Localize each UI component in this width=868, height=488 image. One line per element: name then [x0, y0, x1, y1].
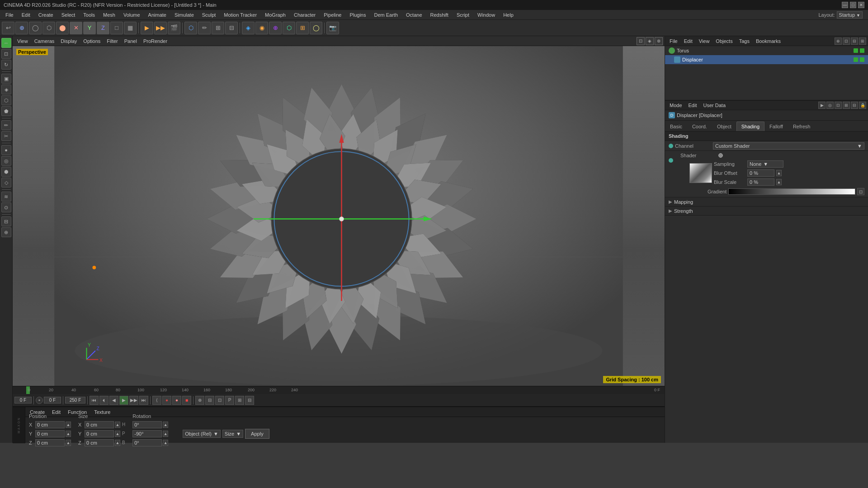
keyframe-btn[interactable]: ⊕: [195, 396, 204, 405]
step-fwd-btn[interactable]: ▶▶: [129, 396, 138, 405]
prop-edit[interactable]: Edit: [686, 102, 700, 109]
menu-character[interactable]: Character: [290, 11, 319, 19]
tab-basic[interactable]: Basic: [665, 122, 687, 131]
lt-select3[interactable]: ⬡: [1, 95, 11, 105]
menu-help[interactable]: Help: [500, 11, 517, 19]
vp-ctrl-2[interactable]: ◈: [646, 37, 654, 45]
pos-x-input[interactable]: [35, 421, 65, 428]
object-mode-dropdown[interactable]: Object (Rel) ▼: [183, 430, 221, 438]
tb-nurbs[interactable]: ◉: [255, 22, 268, 34]
vp-menu-panel[interactable]: Panel: [122, 38, 140, 45]
tb-camera[interactable]: 📷: [326, 22, 339, 34]
tb-pen[interactable]: ✏: [198, 22, 211, 34]
tb-render2[interactable]: ▶▶: [154, 22, 167, 34]
size-x-btn[interactable]: ▲: [115, 422, 120, 428]
menu-script[interactable]: Script: [453, 11, 473, 19]
tb-y[interactable]: Y: [83, 22, 96, 34]
step-back-btn[interactable]: ◀: [109, 396, 118, 405]
rp-icon-1[interactable]: ⊕: [835, 38, 842, 45]
lt-move[interactable]: ↔: [1, 38, 11, 48]
tb-extrude[interactable]: ⊞: [212, 22, 224, 34]
tab-refresh[interactable]: Refresh: [788, 122, 816, 131]
prop-icon-4[interactable]: ⊞: [843, 102, 850, 109]
size-y-btn[interactable]: ▲: [115, 431, 120, 437]
menu-window[interactable]: Window: [474, 11, 499, 19]
pos-y-input[interactable]: [35, 430, 65, 437]
rp-bookmarks[interactable]: Bookmarks: [753, 38, 783, 45]
rp-icon-2[interactable]: ⊡: [843, 38, 850, 45]
strength-header[interactable]: ▶ Strength: [665, 206, 868, 216]
lt-select4[interactable]: ⬟: [1, 106, 11, 116]
menu-simulate[interactable]: Simulate: [171, 11, 198, 19]
size-z-btn[interactable]: ▲: [115, 440, 120, 446]
tb-deform[interactable]: ⊕: [269, 22, 282, 34]
channel-dropdown[interactable]: Custom Shader ▼: [713, 142, 864, 150]
lt-knife[interactable]: ✂: [1, 131, 11, 141]
blur-scale-input[interactable]: [747, 178, 774, 186]
prop-mode[interactable]: Mode: [667, 102, 685, 109]
record2-btn[interactable]: ●: [172, 396, 181, 405]
blur-scale-btn[interactable]: ▲: [776, 179, 782, 185]
tb-render[interactable]: ▶: [141, 22, 153, 34]
pos-y-btn[interactable]: ▲: [66, 431, 71, 437]
menu-create[interactable]: Create: [35, 11, 57, 19]
tab-object[interactable]: Object: [712, 122, 736, 131]
rp-tags[interactable]: Tags: [736, 38, 752, 45]
tb-z[interactable]: Z: [97, 22, 109, 34]
menu-redshift[interactable]: Redshift: [427, 11, 452, 19]
lt-rotate[interactable]: ↻: [1, 60, 11, 70]
lt-select1[interactable]: ▣: [1, 74, 11, 84]
rp-objects[interactable]: Objects: [713, 38, 735, 45]
menu-demearth[interactable]: Dem Earth: [370, 11, 401, 19]
pos-z-btn[interactable]: ▲: [66, 440, 71, 446]
obj-item-torus[interactable]: Torus: [665, 46, 868, 55]
lt-brush[interactable]: ⊙: [1, 202, 11, 212]
rp-view[interactable]: View: [696, 38, 712, 45]
menu-sculpt[interactable]: Sculpt: [198, 11, 220, 19]
prop-icon-3[interactable]: ⊡: [835, 102, 842, 109]
menu-octane[interactable]: Octane: [402, 11, 425, 19]
key4-btn[interactable]: P: [225, 396, 234, 405]
menu-mesh[interactable]: Mesh: [99, 11, 119, 19]
menu-motiontracker[interactable]: Motion Tracker: [220, 11, 260, 19]
vp-menu-filter[interactable]: Filter: [104, 38, 120, 45]
menu-plugins[interactable]: Plugins: [346, 11, 369, 19]
tb-spline[interactable]: ◈: [242, 22, 255, 34]
size-mode-dropdown[interactable]: Size ▼: [222, 430, 243, 438]
tb-effector[interactable]: ⬡: [283, 22, 295, 34]
shader-radio[interactable]: [669, 158, 673, 163]
menu-file[interactable]: File: [2, 11, 17, 19]
key5-btn[interactable]: ⊞: [235, 396, 244, 405]
prop-icon-6[interactable]: 🔒: [859, 102, 866, 109]
rot-b-input[interactable]: [132, 439, 162, 446]
fps-input[interactable]: [44, 397, 61, 404]
prop-icon-5[interactable]: ⊟: [851, 102, 858, 109]
lt-extra2[interactable]: ⊕: [1, 227, 11, 237]
tb-undo[interactable]: ↩: [2, 22, 14, 34]
rot-h-btn[interactable]: ▲: [163, 422, 168, 428]
tb-subdiv[interactable]: ⬡: [42, 22, 55, 34]
stop-btn[interactable]: ■: [182, 396, 191, 405]
tab-shading[interactable]: Shading: [736, 122, 764, 131]
close-btn[interactable]: ✕: [858, 2, 864, 8]
menu-animate[interactable]: Animate: [145, 11, 170, 19]
vp-menu-prorender[interactable]: ProRender: [141, 38, 170, 45]
mapping-header[interactable]: ▶ Mapping: [665, 197, 868, 206]
record-btn[interactable]: ●: [162, 396, 171, 405]
sampling-dropdown[interactable]: None ▼: [747, 160, 783, 168]
tb-boole[interactable]: ⬤: [56, 22, 69, 34]
lt-extra1[interactable]: ⊟: [1, 216, 11, 226]
tab-coord[interactable]: Coord.: [687, 122, 712, 131]
tb-add[interactable]: ⊕: [15, 22, 28, 34]
size-y-input[interactable]: [85, 430, 114, 437]
tb-light[interactable]: ◯: [310, 22, 322, 34]
lt-scale[interactable]: ⊡: [1, 49, 11, 59]
goto-end-btn[interactable]: ⏭: [139, 396, 148, 405]
vp-ctrl-3[interactable]: ⊕: [655, 37, 663, 45]
prop-icon-1[interactable]: ▶: [818, 102, 826, 109]
vp-menu-options[interactable]: Options: [80, 38, 103, 45]
pos-z-input[interactable]: [35, 439, 65, 446]
channel-radio[interactable]: [669, 144, 673, 148]
menu-volume[interactable]: Volume: [120, 11, 144, 19]
lt-select2[interactable]: ◈: [1, 84, 11, 94]
